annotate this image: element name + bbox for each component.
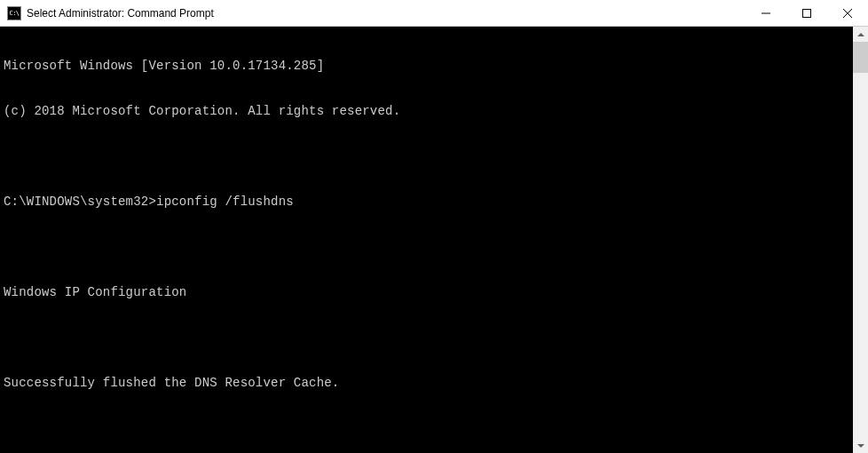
scroll-up-button[interactable] <box>853 27 868 42</box>
terminal-output[interactable]: Microsoft Windows [Version 10.0.17134.28… <box>0 27 853 453</box>
terminal-line: Windows IP Configuration <box>4 285 849 300</box>
maximize-button[interactable] <box>786 0 827 26</box>
terminal-line <box>4 330 849 346</box>
scroll-down-button[interactable] <box>853 438 868 453</box>
close-button[interactable] <box>827 0 868 26</box>
minimize-button[interactable] <box>746 0 786 26</box>
titlebar[interactable]: C:\ Select Administrator: Command Prompt <box>0 0 868 27</box>
terminal-line: (c) 2018 Microsoft Corporation. All righ… <box>4 104 849 119</box>
window-title: Select Administrator: Command Prompt <box>27 7 746 20</box>
terminal-line: C:\WINDOWS\system32>ipconfig /flushdns <box>4 195 849 210</box>
terminal-line: Successfully flushed the DNS Resolver Ca… <box>4 376 849 391</box>
terminal-line: Microsoft Windows [Version 10.0.17134.28… <box>4 59 849 74</box>
close-icon <box>843 9 852 18</box>
app-icon: C:\ <box>7 6 21 20</box>
scrollbar[interactable] <box>853 27 868 453</box>
scroll-thumb[interactable] <box>853 42 868 73</box>
maximize-icon <box>802 9 811 18</box>
terminal-line <box>4 149 849 164</box>
terminal-line <box>4 421 849 436</box>
chevron-up-icon <box>857 33 864 36</box>
window-controls <box>746 0 868 26</box>
terminal-line <box>4 240 849 255</box>
chevron-down-icon <box>857 444 864 448</box>
svg-rect-1 <box>803 9 811 17</box>
minimize-icon <box>761 9 770 18</box>
